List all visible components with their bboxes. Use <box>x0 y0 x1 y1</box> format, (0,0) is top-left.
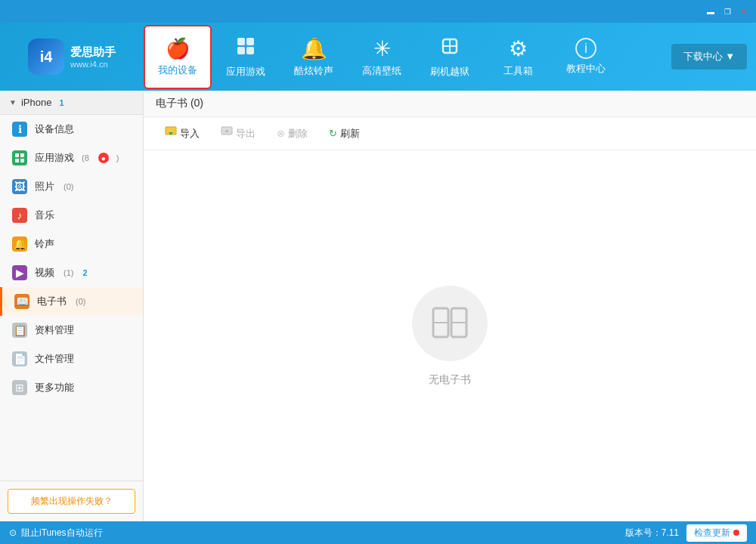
svg-rect-10 <box>20 159 24 162</box>
empty-text: 无电子书 <box>429 373 471 387</box>
content-area: 电子书 (0) 导入 导出 ⊗ 删除 <box>144 91 756 521</box>
logo-area: i4 爱思助手 www.i4.cn <box>0 31 144 82</box>
video-count: (1) <box>64 268 73 277</box>
music-label: 音乐 <box>35 209 54 222</box>
tutorial-tab-label: 教程中心 <box>566 62 606 76</box>
update-red-dot <box>733 530 739 536</box>
app-name: 爱思助手 <box>70 45 116 60</box>
data-mgmt-label: 资料管理 <box>35 323 74 337</box>
sidebar-item-ringtone[interactable]: 🔔 铃声 <box>0 230 143 258</box>
ringtone-label: 铃声 <box>35 237 54 251</box>
more-label: 更多功能 <box>35 381 74 394</box>
toolbar: 导入 导出 ⊗ 删除 ↻ 刷新 <box>144 117 756 150</box>
statusbar: ⊙ 阻止iTunes自动运行 版本号：7.11 检查更新 <box>0 521 756 544</box>
tab-apps[interactable]: 应用游戏 <box>212 23 280 91</box>
video-label: 视频 <box>35 266 54 280</box>
device-tab-label: 我的设备 <box>158 63 197 77</box>
tab-device[interactable]: 🍎 我的设备 <box>144 25 212 89</box>
device-header: ▼ iPhone 1 <box>0 91 143 115</box>
svg-rect-1 <box>246 38 254 45</box>
tools-tab-label: 工具箱 <box>503 64 533 78</box>
statusbar-left: ⊙ 阻止iTunes自动运行 <box>9 527 103 539</box>
ringtone-tab-icon: 🔔 <box>301 36 327 61</box>
main-area: ▼ iPhone 1 ℹ 设备信息 应用游戏 (8●) 🖼 照片 <box>0 91 756 521</box>
itunes-status-text: 阻止iTunes自动运行 <box>21 527 103 539</box>
svg-rect-9 <box>15 159 19 162</box>
sidebar-item-device-info[interactable]: ℹ 设备信息 <box>0 115 143 144</box>
apps-badge: ● <box>98 153 109 163</box>
photos-label: 照片 <box>35 180 54 193</box>
annotation-2: 2 <box>82 268 87 277</box>
export-button[interactable]: 导出 <box>212 123 265 144</box>
sidebar-item-music[interactable]: ♪ 音乐 <box>0 201 143 230</box>
wallpaper-tab-label: 高清壁纸 <box>362 64 401 78</box>
refresh-icon: ↻ <box>329 128 337 139</box>
jailbreak-tab-label: 刷机越狱 <box>430 65 469 79</box>
tools-tab-icon: ⚙ <box>509 36 528 61</box>
sidebar-item-apps[interactable]: 应用游戏 (8●) <box>0 144 143 172</box>
video-icon: ▶ <box>12 265 27 280</box>
refresh-button[interactable]: ↻ 刷新 <box>320 124 369 144</box>
ebook-label: 电子书 <box>37 295 67 308</box>
photos-icon: 🖼 <box>12 179 27 194</box>
sidebar-item-ebook[interactable]: 📖 电子书 (0) <box>0 287 143 316</box>
more-icon: ⊞ <box>12 380 27 395</box>
minimize-button[interactable]: ▬ <box>705 5 717 17</box>
apps-tab-icon <box>235 36 256 62</box>
itunes-status-icon: ⊙ <box>9 527 17 538</box>
svg-rect-2 <box>237 47 245 54</box>
ringtone-tab-label: 酷炫铃声 <box>294 64 333 78</box>
download-center-button[interactable]: 下载中心 ▼ <box>671 44 747 70</box>
refresh-label: 刷新 <box>340 127 360 141</box>
apps-icon <box>12 150 27 165</box>
tab-tutorial[interactable]: i 教程中心 <box>552 23 620 91</box>
sidebar-item-data-mgmt[interactable]: 📋 资料管理 <box>0 316 143 345</box>
tab-wallpaper[interactable]: ✳ 高清壁纸 <box>348 23 416 91</box>
svg-rect-0 <box>237 38 245 45</box>
photos-count: (0) <box>64 182 73 191</box>
version-label: 版本号：7.11 <box>625 527 679 539</box>
update-btn-label: 检查更新 <box>694 527 730 539</box>
export-label: 导出 <box>236 127 256 141</box>
sidebar-item-more[interactable]: ⊞ 更多功能 <box>0 373 143 402</box>
app-logo: i4 <box>28 39 64 75</box>
wallpaper-tab-icon: ✳ <box>373 36 391 61</box>
ebook-icon: 📖 <box>14 294 29 309</box>
jailbreak-tab-icon <box>439 36 460 62</box>
ringtone-icon: 🔔 <box>12 236 27 252</box>
svg-rect-7 <box>15 153 19 157</box>
content-body: 无电子书 <box>144 150 756 521</box>
export-icon <box>221 126 233 141</box>
empty-ebook-icon <box>412 286 488 361</box>
data-mgmt-icon: 📋 <box>12 323 27 338</box>
titlebar-controls: ▬ ❐ ✕ <box>705 5 750 17</box>
delete-button[interactable]: ⊗ 删除 <box>268 124 317 144</box>
apps-tab-label: 应用游戏 <box>226 65 265 79</box>
import-label: 导入 <box>180 127 200 141</box>
import-button[interactable]: 导入 <box>156 123 209 144</box>
close-button[interactable]: ✕ <box>738 5 750 17</box>
sidebar-item-photos[interactable]: 🖼 照片 (0) <box>0 172 143 201</box>
sidebar: ▼ iPhone 1 ℹ 设备信息 应用游戏 (8●) 🖼 照片 <box>0 91 144 521</box>
device-info-icon: ℹ <box>12 122 27 137</box>
device-tab-icon: 🍎 <box>166 37 190 60</box>
tutorial-tab-icon: i <box>575 38 596 59</box>
apps-label: 应用游戏 <box>35 151 74 165</box>
sidebar-item-file-mgmt[interactable]: 📄 文件管理 <box>0 345 143 373</box>
tab-ringtone[interactable]: 🔔 酷炫铃声 <box>280 23 348 91</box>
file-mgmt-icon: 📄 <box>12 351 27 366</box>
device-name: iPhone <box>21 97 51 108</box>
problem-button[interactable]: 频繁出现操作失败？ <box>8 489 135 514</box>
device-arrow-icon: ▼ <box>9 98 17 107</box>
tab-tools[interactable]: ⚙ 工具箱 <box>484 23 552 91</box>
svg-rect-8 <box>20 153 24 157</box>
app-site: www.i4.cn <box>70 60 116 69</box>
device-info-label: 设备信息 <box>35 122 74 136</box>
check-update-button[interactable]: 检查更新 <box>686 524 747 542</box>
sidebar-menu: ℹ 设备信息 应用游戏 (8●) 🖼 照片 (0) ♪ 音乐 <box>0 115 143 481</box>
delete-label: 删除 <box>288 127 308 141</box>
sidebar-item-video[interactable]: ▶ 视频 (1) 2 <box>0 258 143 287</box>
tab-jailbreak[interactable]: 刷机越狱 <box>416 23 484 91</box>
titlebar: ▬ ❐ ✕ <box>0 0 756 23</box>
maximize-button[interactable]: ❐ <box>721 5 733 17</box>
